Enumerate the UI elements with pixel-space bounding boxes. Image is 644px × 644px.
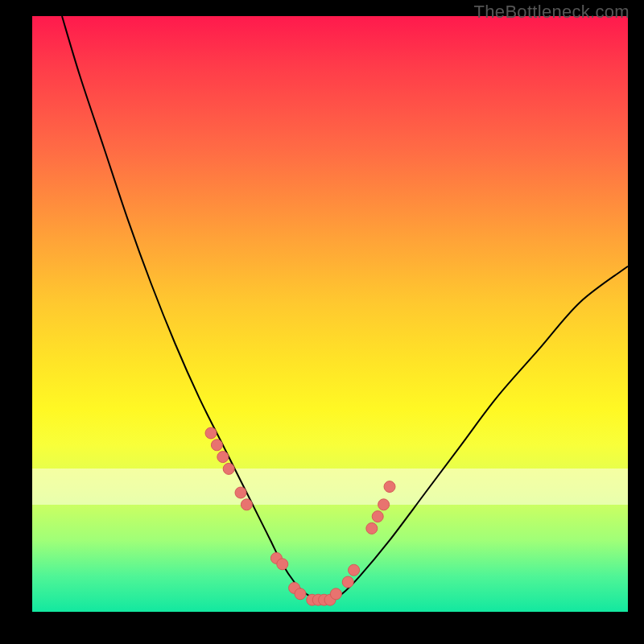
plot-area	[32, 16, 628, 612]
data-marker	[277, 559, 288, 570]
data-marker	[235, 487, 246, 498]
data-markers	[205, 427, 395, 605]
data-marker	[342, 576, 353, 588]
data-marker	[384, 481, 395, 493]
data-marker	[378, 499, 390, 510]
data-marker	[295, 588, 306, 600]
data-marker	[211, 440, 222, 451]
data-marker	[372, 511, 383, 522]
data-marker	[205, 427, 217, 439]
data-marker	[349, 564, 360, 576]
data-marker	[330, 588, 341, 600]
chart-svg	[32, 16, 628, 612]
data-marker	[241, 499, 252, 510]
watermark-text: TheBottleneck.com	[474, 2, 630, 23]
data-marker	[366, 522, 378, 534]
data-marker	[217, 452, 229, 463]
data-marker	[223, 463, 234, 474]
bottleneck-curve	[62, 16, 628, 601]
chart-frame: TheBottleneck.com	[0, 0, 644, 644]
